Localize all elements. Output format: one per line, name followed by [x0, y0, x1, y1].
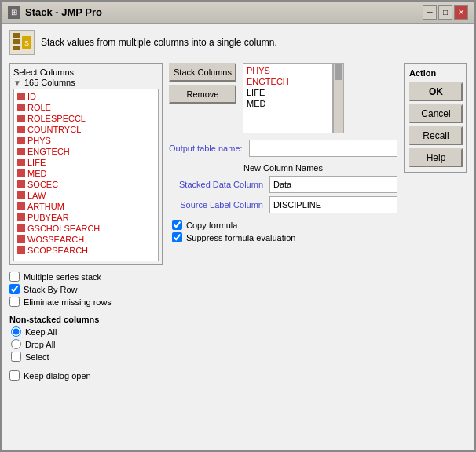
select-columns-box: Select Columns ▼ 165 Columns ID ROLE ROL… [9, 63, 163, 265]
list-item[interactable]: PUBYEAR [16, 212, 156, 223]
list-item[interactable]: SCOPSEARCH [16, 245, 156, 256]
ok-button[interactable]: OK [409, 82, 463, 101]
keep-dialog-row: Keep dialog open [9, 368, 163, 383]
list-item[interactable]: ENGTECH [16, 146, 156, 157]
expand-icon[interactable]: ▼ [13, 78, 21, 87]
col-type-icon [17, 115, 25, 122]
select-label: Select [25, 352, 49, 362]
select-checkbox[interactable] [11, 352, 21, 362]
keep-dialog-checkbox[interactable] [9, 370, 20, 381]
list-item[interactable]: COUNTRYCL [16, 124, 156, 135]
list-item[interactable]: ROLESPECCL [16, 113, 156, 124]
keep-all-row: Keep All [9, 326, 163, 337]
stacked-data-label: Stacked Data Column [169, 180, 263, 189]
left-panel: Select Columns ▼ 165 Columns ID ROLE ROL… [9, 63, 163, 444]
help-button[interactable]: Help [409, 148, 463, 167]
columns-list[interactable]: ID ROLE ROLESPECCL COUNTRYCL PHYS ENGTEC… [13, 89, 159, 261]
col-type-icon [17, 191, 25, 199]
list-item[interactable]: WOSSEARCH [16, 234, 156, 245]
stack-btn-col: Stack Columns Remove [169, 63, 236, 104]
output-input[interactable] [249, 140, 397, 157]
main-window: ⊞ Stack - JMP Pro ─ □ ✕ S Stack values f… [0, 0, 476, 452]
col-type-icon [17, 202, 25, 210]
svg-text:S: S [24, 39, 29, 47]
col-type-icon [17, 137, 25, 144]
col-type-icon [17, 170, 25, 177]
window-controls: ─ □ ✕ [423, 5, 468, 20]
multiple-series-row: Multiple series stack [9, 272, 163, 282]
stack-by-row-row: Stack By Row [9, 284, 163, 294]
svg-rect-1 [13, 39, 20, 44]
keep-dialog-label: Keep dialog open [24, 371, 91, 381]
stack-by-row-label: Stack By Row [24, 285, 77, 294]
stack-by-row-checkbox[interactable] [9, 284, 20, 294]
col-type-icon [17, 180, 25, 188]
keep-all-radio[interactable] [11, 326, 21, 337]
maximize-button[interactable]: □ [438, 5, 452, 20]
col-type-icon [17, 235, 25, 243]
new-column-names: New Column Names Stacked Data Column Sou… [169, 163, 397, 213]
col-type-icon [17, 159, 25, 166]
copy-formula-label: Copy formula [186, 221, 237, 230]
col-type-icon [17, 213, 25, 221]
eliminate-missing-checkbox[interactable] [9, 297, 20, 307]
action-buttons: OK Cancel Recall Help [409, 82, 461, 167]
multiple-series-label: Multiple series stack [24, 272, 101, 282]
col-type-icon [17, 246, 25, 254]
cancel-button[interactable]: Cancel [409, 104, 463, 123]
list-item[interactable]: ROLE [16, 102, 156, 113]
source-label-input[interactable] [269, 196, 397, 213]
list-item[interactable]: MED [16, 168, 156, 179]
multiple-series-checkbox[interactable] [9, 272, 20, 282]
col-type-icon [17, 148, 25, 155]
stack-list-item[interactable]: ENGTECH [245, 76, 331, 87]
col-type-icon [17, 126, 25, 133]
columns-header: ▼ 165 Columns [13, 78, 159, 87]
stacked-data-input[interactable] [269, 176, 397, 193]
stack-list-item[interactable]: LIFE [245, 87, 331, 98]
stack-list-wrapper: PHYS ENGTECH LIFE MED [243, 63, 344, 133]
list-item[interactable]: GSCHOLSEARCH [16, 223, 156, 234]
list-item[interactable]: ARTHUM [16, 201, 156, 212]
eliminate-missing-row: Eliminate missing rows [9, 297, 163, 307]
suppress-formula-checkbox[interactable] [172, 232, 182, 242]
stack-columns-button[interactable]: Stack Columns [169, 63, 236, 82]
recall-button[interactable]: Recall [409, 126, 463, 145]
main-area: Select Columns ▼ 165 Columns ID ROLE ROL… [9, 63, 467, 444]
app-icon: ⊞ [8, 6, 20, 19]
content-area: S Stack values from multiple columns int… [2, 24, 474, 450]
copy-formula-row: Copy formula [172, 220, 397, 230]
list-item[interactable]: LAW [16, 190, 156, 201]
copy-formula-checkbox[interactable] [172, 220, 182, 230]
action-box: Action OK Cancel Recall Help [404, 63, 467, 173]
remove-button[interactable]: Remove [169, 85, 236, 104]
eliminate-missing-label: Eliminate missing rows [24, 297, 112, 307]
non-stacked-title: Non-stacked columns [9, 315, 163, 324]
list-item[interactable]: PHYS [16, 135, 156, 146]
title-bar-left: ⊞ Stack - JMP Pro [8, 6, 102, 19]
col-type-icon [17, 224, 25, 232]
select-columns-title: Select Columns [13, 67, 74, 77]
columns-count: 165 Columns [24, 78, 75, 87]
source-label-row: Source Label Column [169, 196, 397, 213]
stack-icon: S [9, 30, 35, 55]
drop-all-radio[interactable] [11, 339, 21, 349]
right-panel: Action OK Cancel Recall Help [404, 63, 467, 444]
suppress-formula-label: Suppress formula evaluation [186, 233, 295, 242]
stack-list-item[interactable]: PHYS [245, 65, 331, 76]
col-type-icon [17, 104, 25, 111]
action-title: Action [409, 68, 461, 78]
stack-list-scrollbar[interactable] [333, 63, 344, 133]
list-item[interactable]: SOCEC [16, 179, 156, 190]
stack-list[interactable]: PHYS ENGTECH LIFE MED [243, 63, 333, 133]
col-type-icon [17, 93, 25, 100]
keep-all-label: Keep All [25, 327, 57, 337]
checkboxes-area: Multiple series stack Stack By Row Elimi… [9, 270, 163, 308]
stack-list-item[interactable]: MED [245, 98, 331, 109]
close-button[interactable]: ✕ [454, 5, 468, 20]
minimize-button[interactable]: ─ [423, 5, 437, 20]
drop-all-label: Drop All [25, 340, 56, 349]
list-item[interactable]: LIFE [16, 157, 156, 168]
non-stacked-box: Non-stacked columns Keep All Drop All Se… [9, 313, 163, 363]
list-item[interactable]: ID [16, 91, 156, 102]
